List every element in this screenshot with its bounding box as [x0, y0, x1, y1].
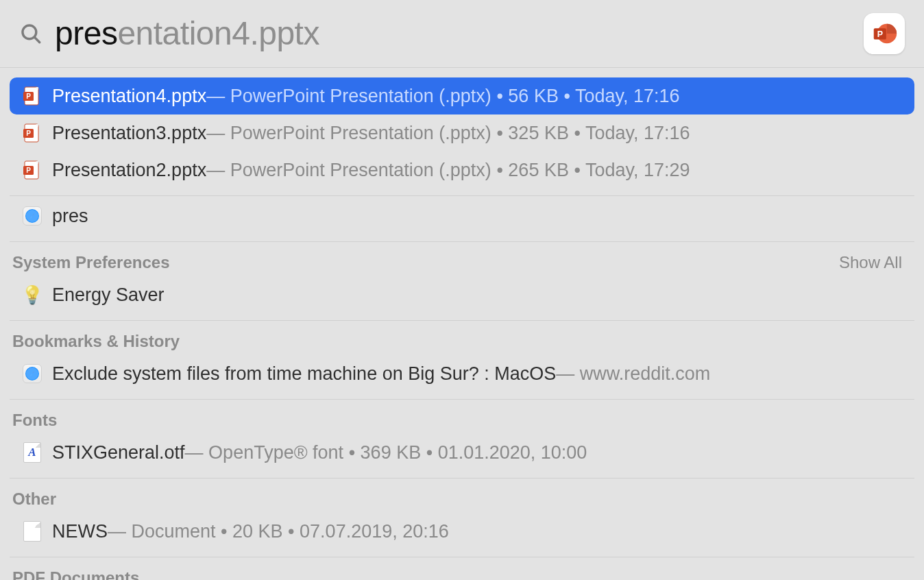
result-title: STIXGeneral.otf [52, 442, 185, 463]
document-icon [22, 521, 42, 542]
svg-text:P: P [26, 93, 31, 100]
file-result-row[interactable]: PPresentation4.pptxPowerPoint Presentati… [10, 77, 914, 114]
font-file-icon: A [22, 442, 42, 463]
divider [10, 478, 914, 479]
result-title: Presentation4.pptx [52, 86, 206, 107]
result-meta: PowerPoint Presentation (.pptx)265 KBTod… [206, 160, 690, 181]
result-meta: www.reddit.com [556, 363, 710, 385]
result-title: Presentation2.pptx [52, 160, 206, 181]
result-title: Presentation3.pptx [52, 123, 206, 144]
spotlight-search-bar: presentation4.pptx P [0, 0, 924, 67]
svg-line-1 [35, 38, 40, 43]
divider [10, 557, 914, 557]
divider [10, 241, 914, 242]
show-all-link[interactable]: Show All [839, 253, 902, 272]
file-result-row[interactable]: PPresentation2.pptxPowerPoint Presentati… [10, 152, 914, 189]
section-title: Other [12, 490, 56, 509]
result-row[interactable]: Exclude system files from time machine o… [10, 355, 914, 392]
result-title: pres [52, 206, 88, 227]
search-icon [19, 22, 42, 45]
section-title: Fonts [12, 411, 57, 430]
svg-text:P: P [877, 29, 883, 39]
file-result-row[interactable]: PPresentation3.pptxPowerPoint Presentati… [10, 114, 914, 152]
powerpoint-file-icon: P [22, 160, 42, 180]
divider [10, 320, 914, 321]
results-pane[interactable]: PPresentation4.pptxPowerPoint Presentati… [0, 67, 924, 580]
svg-text:P: P [26, 130, 31, 137]
result-row[interactable]: 💡Energy Saver [10, 276, 914, 313]
web-search-row[interactable]: pres [10, 197, 914, 234]
svg-text:P: P [26, 167, 31, 174]
section-title: Bookmarks & History [12, 332, 180, 351]
result-row[interactable]: NEWSDocument20 KB07.07.2019, 20:16 [10, 513, 914, 550]
search-completion-text: entation4.pptx [117, 15, 319, 51]
result-meta: PowerPoint Presentation (.pptx)325 KBTod… [206, 123, 690, 144]
divider [10, 399, 914, 400]
powerpoint-file-icon: P [22, 86, 42, 106]
section-header: System PreferencesShow All [10, 243, 914, 276]
section-header: Bookmarks & History [10, 322, 914, 355]
result-row[interactable]: ASTIXGeneral.otfOpenType® font369 KB01.0… [10, 434, 914, 471]
section-title: System Preferences [12, 253, 169, 272]
section-header: Other [10, 480, 914, 513]
search-input[interactable]: presentation4.pptx [55, 17, 864, 50]
result-title: NEWS [52, 521, 108, 542]
lightbulb-icon: 💡 [22, 285, 42, 305]
result-meta: PowerPoint Presentation (.pptx)56 KBToda… [206, 86, 679, 107]
section-header: PDF Documents [10, 559, 914, 580]
section-title: PDF Documents [12, 568, 139, 580]
safari-icon [22, 363, 42, 384]
section-header: Fonts [10, 401, 914, 434]
search-typed-text: pres [55, 15, 117, 51]
result-title: Exclude system files from time machine o… [52, 363, 556, 385]
result-meta: Document20 KB07.07.2019, 20:16 [108, 521, 449, 542]
result-title: Energy Saver [52, 285, 165, 306]
powerpoint-file-icon: P [22, 123, 42, 143]
top-hit-app-icon: P [864, 13, 905, 54]
result-meta: OpenType® font369 KB01.01.2020, 10:00 [185, 442, 587, 463]
divider [10, 195, 914, 196]
safari-icon [22, 206, 42, 226]
